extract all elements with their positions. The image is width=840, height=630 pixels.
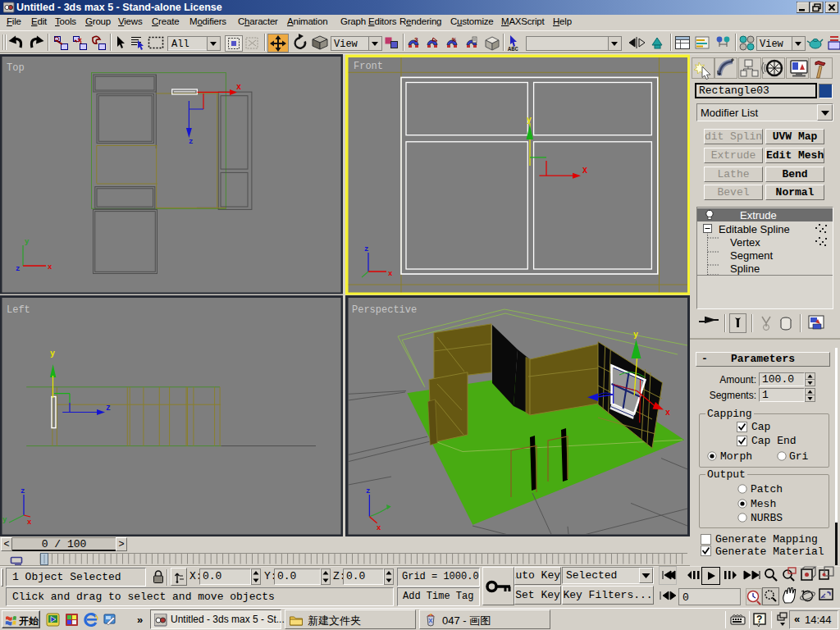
svg-text:%: %: [452, 36, 456, 43]
svg-text:x: x: [236, 83, 241, 92]
svg-text:Left: Left: [7, 304, 30, 316]
svg-text:View: View: [760, 39, 784, 50]
svg-text:z: z: [366, 487, 370, 495]
svg-text:X: X: [582, 167, 587, 176]
svg-text:All: All: [171, 39, 189, 50]
svg-text:Top: Top: [7, 62, 25, 74]
svg-text:ABC: ABC: [508, 46, 518, 52]
svg-text:x: x: [388, 270, 393, 278]
svg-text:3: 3: [414, 36, 418, 43]
svg-text:Front: Front: [354, 61, 383, 72]
svg-text:z: z: [106, 404, 111, 413]
svg-text:»: »: [137, 614, 143, 626]
svg-text:View: View: [334, 39, 358, 50]
svg-text:?: ?: [756, 614, 762, 625]
svg-text:x: x: [377, 524, 381, 532]
svg-text:y: y: [25, 238, 30, 246]
svg-text:0: 0: [682, 591, 689, 604]
svg-text:x: x: [48, 263, 52, 272]
svg-text:y: y: [50, 349, 55, 358]
svg-text:y: y: [633, 331, 638, 340]
svg-text:z: z: [21, 487, 25, 495]
svg-text:z: z: [364, 245, 368, 253]
svg-text:y: y: [2, 516, 7, 524]
svg-text:z: z: [189, 138, 193, 146]
svg-text:z: z: [16, 265, 20, 273]
svg-text:y: y: [527, 116, 532, 125]
svg-text:x: x: [665, 409, 670, 418]
svg-text:x: x: [27, 518, 32, 527]
svg-text:Perspective: Perspective: [352, 304, 417, 316]
